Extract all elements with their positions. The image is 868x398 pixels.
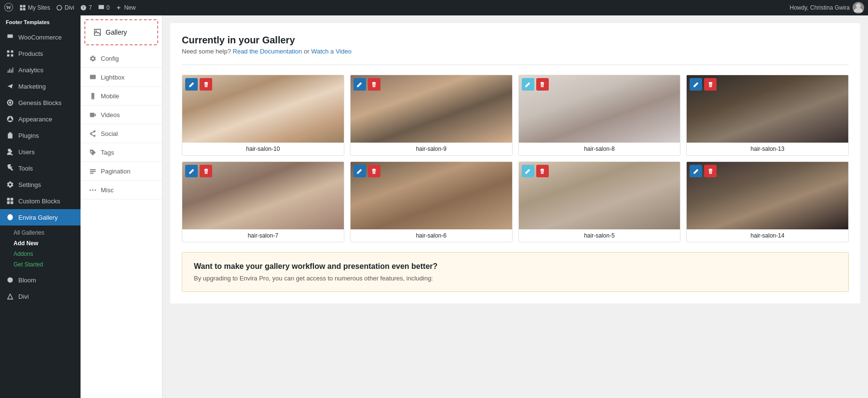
sidebar-item-bloom[interactable]: Bloom xyxy=(0,272,81,288)
woocommerce-icon xyxy=(6,33,14,41)
svg-rect-17 xyxy=(11,201,14,204)
add-new-link[interactable]: Add New xyxy=(0,238,81,249)
edit-btn-hs7[interactable] xyxy=(185,165,198,177)
delete-btn-hs14[interactable] xyxy=(704,165,717,177)
new-content-nav[interactable]: New xyxy=(115,4,136,11)
comments-nav[interactable]: 0 xyxy=(98,4,110,11)
mobile-icon xyxy=(88,92,97,100)
tab-config[interactable]: Config xyxy=(81,49,162,68)
upgrade-banner: Want to make your gallery workflow and p… xyxy=(182,252,849,292)
gallery-item-label-hs7: hair-salon-7 xyxy=(182,229,344,242)
content-inner: Currently in your Gallery Need some help… xyxy=(170,23,860,304)
sidebar-item-envira-gallery[interactable]: Envira Gallery xyxy=(0,209,81,226)
sidebar-item-products[interactable]: Products xyxy=(0,45,81,62)
gallery-grid: hair-salon-10 xyxy=(182,75,849,242)
edit-btn-hs14[interactable] xyxy=(690,165,702,177)
divi-icon xyxy=(6,292,14,301)
sidebar-item-custom-blocks[interactable]: Custom Blocks xyxy=(0,193,81,209)
delete-btn-hs7[interactable] xyxy=(200,165,212,177)
sidebar-item-appearance[interactable]: Appearance xyxy=(0,111,81,127)
upgrade-banner-text: By upgrading to Envira Pro, you can get … xyxy=(194,275,837,282)
delete-btn-hs9[interactable] xyxy=(368,78,380,91)
tab-tags[interactable]: Tags xyxy=(81,143,162,162)
gallery-item-actions-hs7 xyxy=(185,165,212,177)
svg-rect-15 xyxy=(11,198,14,201)
gallery-divider xyxy=(182,65,849,65)
sidebar-item-genesis-blocks[interactable]: Genesis Blocks xyxy=(0,94,81,111)
gallery-tab-label: Gallery xyxy=(106,28,127,36)
updates-nav[interactable]: 7 xyxy=(80,4,92,11)
gallery-item-hs13: hair-salon-13 xyxy=(686,75,849,156)
tab-videos[interactable]: Videos xyxy=(81,106,162,124)
delete-btn-hs6[interactable] xyxy=(368,165,380,177)
svg-rect-12 xyxy=(9,133,12,133)
edit-btn-hs10[interactable] xyxy=(185,78,198,91)
gallery-item-hs10: hair-salon-10 xyxy=(182,75,344,156)
edit-btn-hs6[interactable] xyxy=(353,165,366,177)
page-title: Currently in your Gallery xyxy=(182,35,849,46)
gallery-help-text: Need some help? Read the Documentation o… xyxy=(182,48,849,55)
edit-btn-hs9[interactable] xyxy=(353,78,366,91)
marketing-icon xyxy=(6,82,14,91)
tab-social[interactable]: Social xyxy=(81,124,162,143)
sidebar-item-marketing[interactable]: Marketing xyxy=(0,78,81,94)
custom-blocks-icon xyxy=(6,197,14,205)
tab-pagination[interactable]: Pagination xyxy=(81,162,162,181)
lightbox-icon xyxy=(88,73,97,81)
svg-rect-26 xyxy=(90,172,94,173)
delete-btn-hs13[interactable] xyxy=(704,78,717,91)
addons-link[interactable]: Addons xyxy=(0,249,81,259)
get-started-link[interactable]: Get Started xyxy=(0,259,81,270)
documentation-link[interactable]: Read the Documentation xyxy=(233,48,302,55)
sidebar-item-divi[interactable]: Divi xyxy=(0,288,81,305)
delete-btn-hs8[interactable] xyxy=(536,78,549,91)
gallery-item-hs9: hair-salon-9 xyxy=(350,75,513,156)
gallery-item-label-hs13: hair-salon-13 xyxy=(687,143,848,155)
svg-point-18 xyxy=(7,277,13,282)
sidebar: Footer Templates WooCommerce Products An… xyxy=(0,15,81,398)
edit-btn-hs13[interactable] xyxy=(690,78,702,91)
analytics-icon xyxy=(6,66,14,74)
all-galleries-link[interactable]: All Galleries xyxy=(0,227,81,238)
tab-mobile[interactable]: Mobile xyxy=(81,87,162,106)
gallery-item-label-hs5: hair-salon-5 xyxy=(519,229,680,242)
tab-lightbox[interactable]: Lightbox xyxy=(81,68,162,87)
svg-rect-10 xyxy=(7,54,10,57)
edit-btn-hs8[interactable] xyxy=(522,78,534,91)
bloom-icon xyxy=(6,276,14,284)
sidebar-item-analytics[interactable]: Analytics xyxy=(0,62,81,78)
video-link[interactable]: Watch a Video xyxy=(311,48,352,55)
svg-rect-5 xyxy=(20,8,22,11)
gallery-item-hs6: hair-salon-6 xyxy=(350,161,513,242)
svg-rect-4 xyxy=(23,5,26,7)
delete-btn-hs10[interactable] xyxy=(200,78,212,91)
gallery-item-actions-hs8 xyxy=(522,78,549,91)
gallery-item-actions-hs13 xyxy=(690,78,717,91)
products-icon xyxy=(6,49,14,58)
gallery-tabs-panel: Gallery Config Lightbox Mobile xyxy=(81,15,163,398)
my-sites-nav[interactable]: My Sites xyxy=(19,4,50,11)
svg-point-22 xyxy=(92,98,93,99)
sidebar-item-users[interactable]: Users xyxy=(0,144,81,160)
edit-btn-hs5[interactable] xyxy=(522,165,534,177)
sidebar-item-woocommerce[interactable]: WooCommerce xyxy=(0,29,81,45)
user-avatar xyxy=(853,2,864,13)
svg-point-19 xyxy=(95,30,97,32)
gallery-item-actions-hs6 xyxy=(353,165,380,177)
tags-icon xyxy=(88,148,97,157)
tab-misc[interactable]: Misc xyxy=(81,181,162,199)
sidebar-item-settings[interactable]: Settings xyxy=(0,176,81,193)
gallery-item-hs7: hair-salon-7 xyxy=(182,161,344,242)
sidebar-item-tools[interactable]: Tools xyxy=(0,160,81,176)
gallery-item-label-hs10: hair-salon-10 xyxy=(182,143,344,155)
sidebar-item-plugins[interactable]: Plugins xyxy=(0,127,81,144)
gallery-tab[interactable]: Gallery xyxy=(84,19,158,45)
genesis-icon xyxy=(6,98,14,107)
config-icon xyxy=(88,54,97,63)
delete-btn-hs5[interactable] xyxy=(536,165,549,177)
top-bar-right: Howdy, Christina Gwira xyxy=(790,2,864,13)
wordpress-icon[interactable]: W xyxy=(4,2,14,13)
site-name-nav[interactable]: Divi xyxy=(56,4,74,11)
gallery-item-actions-hs5 xyxy=(522,165,549,177)
svg-rect-25 xyxy=(90,171,95,172)
